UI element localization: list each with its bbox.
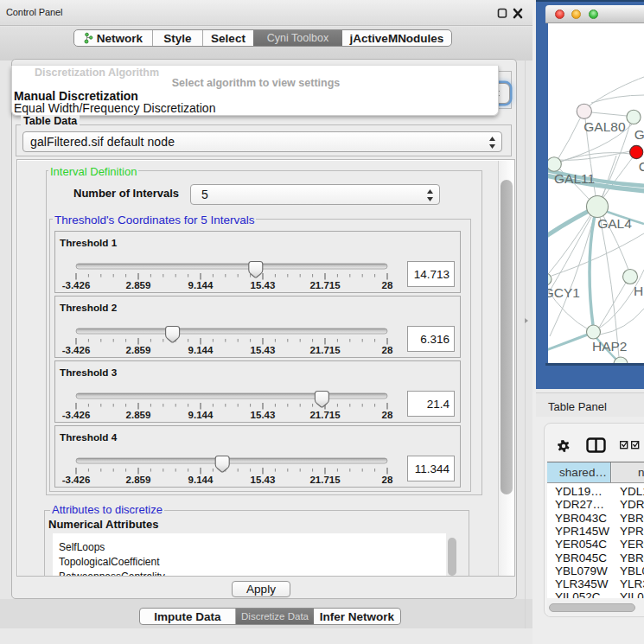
- svg-text:H: H: [634, 284, 643, 298]
- svg-text:21.715: 21.715: [309, 410, 341, 420]
- svg-text:9.144: 9.144: [188, 280, 214, 290]
- svg-text:15.43: 15.43: [251, 410, 276, 420]
- svg-text:28: 28: [382, 345, 393, 355]
- svg-text:-3.426: -3.426: [62, 410, 91, 420]
- svg-text:28: 28: [382, 410, 393, 420]
- svg-text:GA: GA: [634, 127, 644, 142]
- svg-text:28: 28: [382, 280, 393, 290]
- svg-text:-3.426: -3.426: [62, 475, 91, 485]
- svg-text:28: 28: [382, 475, 393, 485]
- svg-text:9.144: 9.144: [188, 475, 214, 485]
- svg-text:2.859: 2.859: [126, 280, 151, 290]
- svg-text:GCY1: GCY1: [548, 285, 580, 300]
- svg-text:21.715: 21.715: [309, 345, 341, 355]
- svg-text:15.43: 15.43: [251, 345, 276, 355]
- svg-text:GAL80: GAL80: [583, 119, 626, 134]
- svg-text:-3.426: -3.426: [62, 280, 91, 290]
- svg-text:21.715: 21.715: [309, 280, 341, 290]
- svg-text:HAP2: HAP2: [592, 339, 628, 354]
- svg-text:2.859: 2.859: [126, 410, 151, 420]
- svg-text:CY: CY: [639, 159, 644, 174]
- svg-text:GAL4: GAL4: [597, 216, 632, 231]
- svg-text:21.715: 21.715: [309, 475, 341, 485]
- svg-text:9.144: 9.144: [188, 410, 214, 420]
- svg-text:15.43: 15.43: [251, 280, 276, 290]
- svg-text:GAL11: GAL11: [554, 171, 595, 186]
- svg-text:15.43: 15.43: [251, 475, 276, 485]
- svg-text:2.859: 2.859: [126, 345, 151, 355]
- svg-text:9.144: 9.144: [188, 345, 214, 355]
- svg-text:2.859: 2.859: [126, 475, 151, 485]
- svg-text:-3.426: -3.426: [62, 345, 91, 355]
